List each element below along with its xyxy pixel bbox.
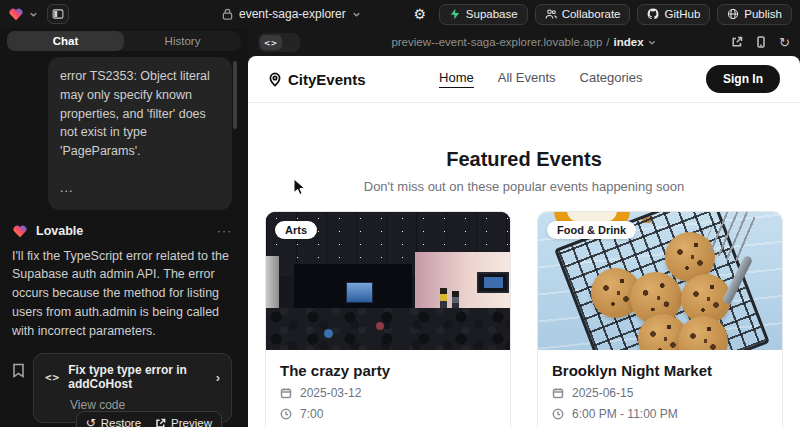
users-icon [545, 8, 557, 20]
chat-sidebar: Chat History error TS2353: Object litera… [0, 28, 248, 427]
event-date-row: 2025-06-15 [552, 386, 768, 400]
refresh-icon[interactable]: ↻ [779, 36, 790, 49]
collaborate-label: Collaborate [562, 8, 621, 20]
assistant-header: Lovable ··· [12, 223, 232, 239]
preview-toggle-segment[interactable] [282, 35, 298, 50]
lock-icon [222, 8, 233, 20]
event-card-crazy-party[interactable]: Arts The crazy party 2025-03-12 [265, 211, 511, 427]
bookmark-icon[interactable] [12, 363, 25, 378]
event-image-conference: Arts [266, 212, 510, 350]
assistant-message-1: I'll fix the TypeScript error related to… [12, 247, 232, 341]
lovable-avatar-icon [12, 223, 28, 239]
code-icon: <> [45, 371, 60, 384]
top-bar: event-saga-explorer ⚙ Supabase C [0, 0, 800, 28]
event-card-brooklyn-market[interactable]: Food & Drink Brooklyn Night Market 2025-… [537, 211, 783, 427]
category-badge: Food & Drink [547, 221, 636, 239]
section-subtitle: Don't miss out on these popular events h… [248, 179, 800, 194]
site-nav: Home All Events Categories [429, 70, 642, 88]
restore-icon: ↺ [86, 416, 96, 427]
fix-card-title: Fix type type error in addCoHost [68, 363, 207, 391]
toggle-sidebar-button[interactable] [47, 4, 69, 24]
site-brand-name: CityEvents [288, 71, 366, 88]
project-name: event-saga-explorer [239, 7, 346, 21]
github-button[interactable]: GitHub [637, 4, 710, 25]
supabase-icon [449, 8, 461, 20]
restore-button[interactable]: ↺ Restore [86, 416, 141, 427]
chat-messages: error TS2353: Object literal may only sp… [0, 57, 248, 427]
preview-button[interactable]: Preview [155, 417, 212, 427]
calendar-icon [552, 387, 564, 399]
user-message-text: error TS2353: Object literal may only sp… [60, 67, 220, 161]
clock-icon [280, 408, 292, 420]
section-title: Featured Events [248, 148, 800, 171]
publish-label: Publish [744, 8, 782, 20]
open-in-new-tab-icon[interactable] [731, 36, 743, 48]
site-brand[interactable]: CityEvents [268, 71, 366, 88]
preview-url: preview--event-saga-explorer.lovable.app [391, 36, 602, 48]
category-badge: Arts [275, 221, 317, 239]
tab-history[interactable]: History [124, 31, 241, 51]
lovable-logo-icon[interactable] [8, 6, 24, 22]
message-more-menu[interactable]: ··· [217, 224, 232, 238]
project-chevron-down-icon [352, 10, 361, 19]
publish-button[interactable]: Publish [717, 4, 792, 25]
chevron-right-icon: › [216, 370, 220, 385]
clock-icon [552, 408, 564, 420]
chat-history-tabs: Chat History [7, 31, 241, 51]
event-image-cookies: Food & Drink [538, 212, 782, 350]
sign-in-button[interactable]: Sign In [706, 65, 780, 93]
preview-toolbar: <> preview--event-saga-explorer.lovable.… [248, 28, 800, 56]
collaborate-button[interactable]: Collaborate [535, 4, 631, 25]
mobile-view-icon[interactable] [755, 36, 767, 48]
gear-icon: ⚙ [414, 6, 427, 22]
github-icon [647, 8, 659, 20]
tab-chat[interactable]: Chat [7, 31, 124, 51]
project-title-menu[interactable]: event-saga-explorer [222, 0, 361, 28]
user-message-ellipsis: ... [60, 179, 220, 198]
site-preview: CityEvents Home All Events Categories Si… [248, 56, 800, 427]
event-title: The crazy party [280, 362, 496, 379]
nav-all-events[interactable]: All Events [498, 70, 556, 88]
view-code-link[interactable]: View code [70, 398, 220, 412]
settings-button[interactable]: ⚙ [408, 3, 432, 25]
external-link-icon [155, 418, 166, 427]
mouse-cursor [293, 178, 307, 197]
code-fix-row: <> Fix type type error in addCoHost › Vi… [12, 353, 232, 423]
github-label: GitHub [664, 8, 700, 20]
code-view-toggle[interactable]: <> [258, 33, 300, 52]
assistant-name: Lovable [36, 224, 83, 238]
event-date-row: 2025-03-12 [280, 386, 496, 400]
preview-panel: <> preview--event-saga-explorer.lovable.… [248, 28, 800, 427]
nav-home[interactable]: Home [439, 70, 474, 88]
map-pin-icon [268, 72, 282, 87]
route-chevron-down-icon [648, 38, 657, 47]
calendar-icon [280, 387, 292, 399]
supabase-button[interactable]: Supabase [439, 4, 528, 25]
user-message-bubble: error TS2353: Object literal may only sp… [48, 57, 232, 210]
site-header: CityEvents Home All Events Categories Si… [248, 56, 800, 103]
globe-icon [727, 8, 739, 20]
workspace-chevron-down-icon[interactable] [29, 10, 38, 19]
preview-url-bar[interactable]: preview--event-saga-explorer.lovable.app… [391, 36, 656, 48]
lovable-app-window: event-saga-explorer ⚙ Supabase C [0, 0, 800, 427]
panel-left-icon [52, 8, 64, 20]
version-actions-toolbar: ↺ Restore Preview [76, 411, 222, 427]
chat-scrollbar[interactable] [233, 61, 237, 129]
nav-categories[interactable]: Categories [580, 70, 643, 88]
event-title: Brooklyn Night Market [552, 362, 768, 379]
event-time-row: 7:00 [280, 407, 496, 421]
event-time-row: 6:00 PM - 11:00 PM [552, 407, 768, 421]
event-cards: Arts The crazy party 2025-03-12 [248, 194, 800, 427]
code-toggle-icon[interactable]: <> [260, 35, 282, 50]
preview-route: index [614, 36, 644, 48]
supabase-label: Supabase [466, 8, 518, 20]
